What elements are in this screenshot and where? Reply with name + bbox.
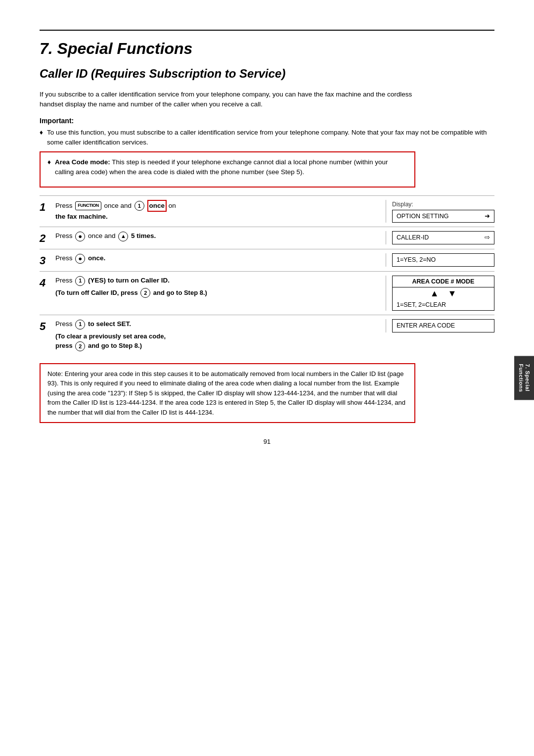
once-highlight: once	[147, 200, 167, 212]
step-3-number: 3	[40, 254, 55, 267]
bullet-item-1: ♦ To use this function, you must subscri…	[40, 128, 494, 148]
sidebar-tab: 7. SpecialFunctions	[514, 356, 534, 400]
two-button-step5: 2	[75, 341, 85, 351]
step-4-display: AREA CODE # MODE ▲ ▼ 1=SET, 2=CLEAR	[386, 276, 494, 311]
area-code-info-box: ♦ Area Code mode: This step is needed if…	[40, 151, 415, 188]
step-2-display: CALLER-ID ⇨	[386, 231, 494, 244]
step-5-row: 5 Press 1 to select SET. (To clear a pre…	[40, 315, 494, 355]
step-2-number: 2	[40, 232, 55, 245]
step-4-text: Press 1 (YES) to turn on Caller ID.	[55, 277, 170, 284]
step-1-content: Press FUNCTION once and 1 once on the fa…	[55, 200, 386, 222]
bullet-symbol: ♦	[40, 128, 43, 138]
step-1-display: Display: OPTION SETTING ➜	[386, 200, 494, 223]
one-button-step4: 1	[75, 276, 85, 286]
top-rule	[40, 30, 494, 31]
step-1-number: 1	[40, 201, 55, 214]
step-4-content: Press 1 (YES) to turn on Caller ID. (To …	[55, 276, 386, 298]
area-code-text: Area Code mode: This step is needed if y…	[55, 157, 407, 178]
display-label-1: Display:	[392, 200, 494, 209]
display-text-4a: AREA CODE # MODE	[412, 278, 475, 285]
step-5-number: 5	[40, 320, 55, 333]
note-box: Note: Entering your area code in this st…	[40, 363, 415, 424]
sidebar-text: 7. SpecialFunctions	[518, 364, 531, 392]
step-2-content: Press ● once and ▲ 5 times.	[55, 231, 386, 241]
display-box-3: 1=YES, 2=NO	[392, 253, 494, 267]
important-label: Important:	[40, 117, 494, 125]
up-arrow-4: ▲	[430, 288, 439, 299]
step-5-display: ENTER AREA CODE	[386, 319, 494, 332]
step-1-text: Press FUNCTION once and 1 once on the fa…	[55, 202, 176, 220]
section-title: Caller ID (Requires Subscription to Serv…	[40, 67, 494, 81]
step-4-sub: (To turn off Caller ID, press 2 and go t…	[55, 288, 376, 298]
one-button-step5: 1	[75, 320, 85, 330]
display-box-5: ENTER AREA CODE	[392, 319, 494, 332]
one-button-step1: 1	[134, 201, 144, 211]
arrow-key-step2: ●	[75, 232, 85, 241]
display-arrow-2: ⇨	[485, 233, 490, 242]
display-text-3: 1=YES, 2=NO	[397, 255, 436, 265]
steps-area: 1 Press FUNCTION once and 1 once on the …	[40, 195, 494, 355]
step-4-number: 4	[40, 277, 55, 289]
step-5-content: Press 1 to select SET. (To clear a previ…	[55, 319, 386, 351]
display-text-2: CALLER-ID	[397, 233, 429, 242]
step-1-row: 1 Press FUNCTION once and 1 once on the …	[40, 195, 494, 227]
step-3-row: 3 Press ● once. 1=YES, 2=NO	[40, 249, 494, 271]
step-4-row: 4 Press 1 (YES) to turn on Caller ID. (T…	[40, 271, 494, 315]
step-5-sub: (To clear a previously set area code, pr…	[55, 331, 376, 351]
chapter-title: 7. Special Functions	[40, 40, 494, 58]
down-arrow-4: ▼	[448, 288, 457, 299]
step-2-row: 2 Press ● once and ▲ 5 times. CALLER-ID …	[40, 227, 494, 249]
step-2-text: Press ● once and ▲ 5 times.	[55, 232, 156, 239]
step-5-text: Press 1 to select SET.	[55, 320, 131, 328]
function-key: FUNCTION	[75, 201, 101, 210]
display-text-5: ENTER AREA CODE	[397, 321, 455, 331]
step-3-content: Press ● once.	[55, 253, 386, 263]
display-arrow-1: ➜	[485, 212, 490, 221]
intro-text: If you subscribe to a caller identificat…	[40, 90, 415, 110]
arrow-key-step3: ●	[75, 254, 85, 264]
two-button-step4: 2	[140, 288, 150, 298]
display-box-2: CALLER-ID ⇨	[392, 231, 494, 244]
display-box-1: OPTION SETTING ➜	[392, 210, 494, 223]
area-code-bullet: ♦ Area Code mode: This step is needed if…	[47, 157, 407, 178]
page-number: 91	[40, 438, 494, 445]
up-button-step2: ▲	[118, 232, 128, 241]
note-text: Note: Entering your area code in this st…	[47, 370, 405, 416]
step-3-text: Press ● once.	[55, 254, 105, 262]
bullet-text-1: To use this function, you must subscribe…	[47, 128, 494, 148]
display-arrows-4: ▲ ▼	[392, 287, 494, 300]
area-code-bullet-sym: ♦	[47, 157, 51, 167]
display-box-4b: 1=SET, 2=CLEAR	[392, 300, 494, 311]
step-3-display: 1=YES, 2=NO	[386, 253, 494, 267]
display-box-4a: AREA CODE # MODE	[392, 276, 494, 287]
display-text-1: OPTION SETTING	[397, 212, 449, 221]
display-text-4b: 1=SET, 2=CLEAR	[397, 301, 446, 308]
